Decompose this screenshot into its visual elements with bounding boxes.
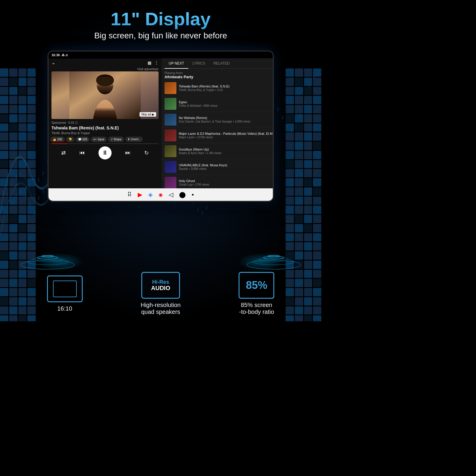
tab-lyrics[interactable]: LYRICS — [188, 58, 209, 68]
song-title-4: Goodbye (Warm Up) — [179, 148, 274, 151]
tablet-device: 16:36 ⁂ ⊙ ⌄ ▦ ⋮ Visit advertiser — [48, 51, 274, 202]
song-thumbnail-2 — [165, 114, 176, 126]
svg-point-8 — [38, 178, 39, 182]
repeat-button[interactable]: ↻ — [144, 150, 149, 156]
svg-point-79 — [278, 107, 279, 111]
comment-count: 505 — [82, 138, 87, 141]
bottom-nav: ⠿ ▶ ◈ ◉ ◁ ⬤ ▪ — [48, 188, 273, 201]
status-icons-left: ⁂ ⊙ — [62, 54, 68, 57]
song-info-2: No Wahala (Remix)Kizz Daniel, 1da Banton… — [179, 116, 274, 123]
screen-desc-line2: -to-body ratio — [239, 309, 274, 315]
svg-point-114 — [206, 206, 207, 210]
screen-ratio-label: 85% screen -to-body ratio — [239, 302, 274, 315]
song-thumbnail-1 — [165, 98, 176, 110]
chrome-icon[interactable]: ◉ — [159, 192, 163, 198]
collapse-icon[interactable]: ⌄ — [51, 60, 55, 65]
home-icon[interactable]: ⬤ — [179, 191, 186, 198]
playing-from-label: Playing from — [165, 71, 193, 75]
video-panel: 16:36 ⁂ ⊙ ⌄ ▦ ⋮ Visit advertiser — [48, 51, 162, 188]
video-topbar: ⌄ ▦ ⋮ — [48, 59, 162, 67]
song-item-2[interactable]: No Wahala (Remix)Kizz Daniel, 1da Banton… — [162, 112, 274, 128]
share-button[interactable]: ↗ Share — [108, 137, 124, 142]
recents-icon[interactable]: ▪ — [192, 191, 194, 198]
dislike-button[interactable]: 👎 — [66, 137, 74, 142]
svg-point-113 — [202, 211, 203, 215]
download-button[interactable]: ⬇ Downl... — [125, 137, 143, 142]
advertiser-label[interactable]: Visit advertiser — [48, 67, 162, 71]
song-thumbnail-6 — [165, 177, 176, 188]
thumbs-up-icon: 👍 — [53, 138, 56, 141]
tablet-screen: 16:36 ⁂ ⊙ ⌄ ▦ ⋮ Visit advertiser — [48, 51, 273, 188]
song-thumbnail-3 — [165, 129, 176, 141]
next-button[interactable]: ⏭ — [125, 150, 131, 156]
song-thumbnail-4 — [165, 145, 176, 157]
shuffle-button[interactable]: ⇄ — [61, 150, 66, 156]
ratio-label: 16:10 — [57, 305, 72, 312]
screen-desc-line1: 85% screen — [241, 302, 273, 308]
page-header: 11" Display Big screen, big fun like nev… — [0, 9, 321, 40]
video-artist: TitoM, Burna Boy & Yuppe — [51, 131, 159, 135]
save-video-button[interactable]: ≡+ Save — [91, 137, 107, 142]
hires-audio-box: Hi-Res AUDIO — [141, 272, 180, 299]
song-meta-2: Kizz Daniel, 1da Banton, & Tiwa Savage •… — [179, 120, 274, 123]
playlist-title: Afrobeats Party — [165, 75, 193, 79]
video-title: Tshwala Bam (Remix) (feat. S.N.E) — [51, 126, 159, 131]
pause-button[interactable]: ⏸ — [98, 146, 112, 159]
comment-icon: 💬 — [78, 138, 82, 141]
audio-label: High-resolution quad speakers — [141, 302, 181, 315]
svg-point-112 — [197, 208, 198, 212]
cast-icon[interactable]: ▦ — [148, 60, 151, 65]
feature-audio: Hi-Res AUDIO High-resolution quad speake… — [141, 272, 181, 315]
back-icon[interactable]: ◁ — [169, 191, 173, 198]
more-options-icon[interactable]: ⋮ — [154, 60, 159, 65]
playing-from-section: Playing from Afrobeats Party ≡+ Save — [162, 69, 274, 80]
song-item-6[interactable]: Holy GhostOmah Lay • 17M views≡ — [162, 175, 274, 188]
upnext-panel: 🔇 ⬛ 41% UP NEXT LYRICS RELATED Playing f… — [162, 51, 274, 188]
percent-value: 85% — [246, 279, 267, 292]
skip-ad-button[interactable]: Skip ad ▶ — [140, 112, 156, 117]
song-item-4[interactable]: Goodbye (Warm Up)Asake & Ayra Starr • 1.… — [162, 143, 274, 159]
song-info-5: UNAVAILABLE (feat. Musa Keys)Davido • 10… — [179, 163, 274, 170]
tab-related[interactable]: RELATED — [209, 58, 234, 68]
song-item-0[interactable]: Tshwala Bam (Remix) (feat. S.N.E)TitoM, … — [162, 80, 274, 96]
svg-point-80 — [282, 116, 283, 120]
svg-point-41 — [38, 196, 39, 200]
song-thumbnail-5 — [165, 161, 176, 173]
feature-ratio: 16:10 — [47, 275, 83, 312]
video-thumb-svg — [69, 71, 141, 119]
song-item-1[interactable]: EgwuChike & Mohbad • 36M views≡ — [162, 96, 274, 112]
song-item-3[interactable]: Major Lazer & DJ Maphorisa - Particula (… — [162, 128, 274, 143]
song-title-5: UNAVAILABLE (feat. Musa Keys) — [179, 163, 274, 167]
song-meta-5: Davido • 109M views — [179, 167, 274, 170]
tab-upnext[interactable]: UP NEXT — [165, 58, 188, 68]
song-title-2: No Wahala (Remix) — [179, 116, 274, 120]
song-info-6: Holy GhostOmah Lay • 17M views — [179, 179, 274, 186]
song-info-0: Tshwala Bam (Remix) (feat. S.N.E)TitoM, … — [179, 84, 274, 92]
player-controls: ⇄ ⏮ ⏸ ⏭ ↻ — [48, 144, 162, 162]
video-actions: 👍 33K 👎 💬 505 ≡+ Save ↗ — [48, 135, 162, 143]
upnext-status-bar: 🔇 ⬛ 41% — [162, 51, 274, 58]
svg-point-42 — [43, 190, 44, 194]
song-meta-4: Asake & Ayra Starr • 1.4M views — [179, 151, 274, 155]
video-status-bar: 16:36 ⁂ ⊙ — [48, 51, 162, 59]
like-count: 33K — [57, 138, 62, 141]
song-item-5[interactable]: UNAVAILABLE (feat. Musa Keys)Davido • 10… — [162, 159, 274, 175]
maps-icon[interactable]: ◈ — [148, 191, 153, 198]
song-title-6: Holy Ghost — [179, 179, 274, 183]
song-thumbnail-0 — [165, 82, 176, 94]
comment-button[interactable]: 💬 505 — [76, 137, 90, 142]
youtube-icon[interactable]: ▶ — [138, 191, 142, 198]
song-meta-1: Chike & Mohbad • 36M views — [179, 104, 274, 107]
song-title-1: Egwu — [179, 100, 274, 104]
apps-icon[interactable]: ⠿ — [127, 191, 132, 198]
sponsored-label: Sponsored · 0:10 ⓘ — [51, 121, 159, 125]
speaker-left-decoration — [18, 244, 77, 274]
save-icon: ≡+ — [93, 138, 97, 141]
tablet-screen-wrapper: 16:36 ⁂ ⊙ ⌄ ▦ ⋮ Visit advertiser — [48, 51, 274, 202]
song-title-0: Tshwala Bam (Remix) (feat. S.N.E) — [179, 84, 274, 88]
previous-button[interactable]: ⏮ — [79, 150, 85, 156]
song-info-1: EgwuChike & Mohbad • 36M views — [179, 100, 274, 107]
download-icon: ⬇ — [128, 138, 130, 141]
like-button[interactable]: 👍 33K — [50, 137, 65, 142]
percent-box: 85% — [239, 272, 274, 299]
